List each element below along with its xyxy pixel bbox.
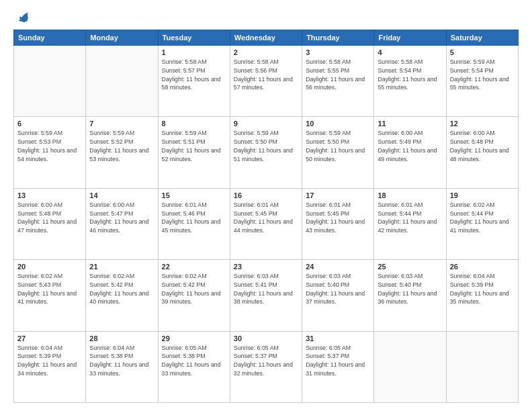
weekday-header-sunday: Sunday: [14, 30, 86, 46]
day-number: 6: [17, 120, 82, 128]
day-number: 31: [306, 334, 370, 342]
day-info: Sunrise: 6:01 AMSunset: 5:45 PMDaylight:…: [306, 201, 370, 235]
calendar-week-3: 20Sunrise: 6:02 AMSunset: 5:43 PMDayligh…: [14, 260, 519, 331]
calendar-cell: 13Sunrise: 6:00 AMSunset: 5:48 PMDayligh…: [14, 188, 86, 259]
day-number: 7: [89, 120, 154, 128]
day-info: Sunrise: 6:01 AMSunset: 5:45 PMDaylight:…: [234, 201, 298, 235]
day-info: Sunrise: 5:59 AMSunset: 5:50 PMDaylight:…: [234, 129, 298, 163]
day-info: Sunrise: 6:02 AMSunset: 5:42 PMDaylight:…: [162, 272, 226, 306]
day-info: Sunrise: 6:04 AMSunset: 5:39 PMDaylight:…: [17, 344, 82, 378]
day-info: Sunrise: 5:58 AMSunset: 5:55 PMDaylight:…: [306, 58, 370, 92]
day-number: 1: [162, 48, 226, 56]
day-number: 25: [378, 263, 442, 271]
weekday-header-wednesday: Wednesday: [230, 30, 302, 46]
calendar-cell: 28Sunrise: 6:04 AMSunset: 5:38 PMDayligh…: [86, 331, 158, 402]
day-number: 21: [89, 263, 154, 271]
day-number: 23: [234, 263, 298, 271]
calendar-cell: [446, 331, 518, 402]
day-number: 18: [378, 191, 442, 199]
logo-bird-icon: [16, 11, 30, 24]
day-info: Sunrise: 5:58 AMSunset: 5:56 PMDaylight:…: [234, 58, 298, 92]
calendar-cell: 20Sunrise: 6:02 AMSunset: 5:43 PMDayligh…: [14, 260, 86, 331]
day-info: Sunrise: 5:59 AMSunset: 5:53 PMDaylight:…: [17, 129, 82, 163]
weekday-header-monday: Monday: [86, 30, 158, 46]
calendar-cell: 15Sunrise: 6:01 AMSunset: 5:46 PMDayligh…: [158, 188, 230, 259]
day-info: Sunrise: 5:59 AMSunset: 5:50 PMDaylight:…: [306, 129, 370, 163]
calendar-cell: 25Sunrise: 6:03 AMSunset: 5:40 PMDayligh…: [374, 260, 446, 331]
calendar-cell: 8Sunrise: 5:59 AMSunset: 5:51 PMDaylight…: [158, 117, 230, 188]
day-number: 28: [89, 334, 154, 342]
calendar-cell: 4Sunrise: 5:58 AMSunset: 5:54 PMDaylight…: [374, 46, 446, 117]
calendar-cell: 1Sunrise: 5:58 AMSunset: 5:57 PMDaylight…: [158, 46, 230, 117]
logo: [13, 11, 30, 24]
day-number: 20: [17, 263, 82, 271]
day-info: Sunrise: 6:00 AMSunset: 5:47 PMDaylight:…: [89, 201, 154, 235]
calendar-week-2: 13Sunrise: 6:00 AMSunset: 5:48 PMDayligh…: [14, 188, 519, 259]
day-info: Sunrise: 6:01 AMSunset: 5:46 PMDaylight:…: [162, 201, 226, 235]
calendar-cell: 26Sunrise: 6:04 AMSunset: 5:39 PMDayligh…: [446, 260, 518, 331]
day-number: 9: [234, 120, 298, 128]
calendar-cell: 11Sunrise: 6:00 AMSunset: 5:49 PMDayligh…: [374, 117, 446, 188]
day-info: Sunrise: 5:59 AMSunset: 5:52 PMDaylight:…: [89, 129, 154, 163]
calendar-cell: 23Sunrise: 6:03 AMSunset: 5:41 PMDayligh…: [230, 260, 302, 331]
day-info: Sunrise: 6:00 AMSunset: 5:48 PMDaylight:…: [450, 129, 515, 163]
calendar-cell: 9Sunrise: 5:59 AMSunset: 5:50 PMDaylight…: [230, 117, 302, 188]
calendar-cell: 31Sunrise: 6:05 AMSunset: 5:37 PMDayligh…: [302, 331, 374, 402]
calendar-cell: [374, 331, 446, 402]
day-number: 14: [89, 191, 154, 199]
calendar-cell: 10Sunrise: 5:59 AMSunset: 5:50 PMDayligh…: [302, 117, 374, 188]
calendar-cell: 3Sunrise: 5:58 AMSunset: 5:55 PMDaylight…: [302, 46, 374, 117]
calendar-cell: 2Sunrise: 5:58 AMSunset: 5:56 PMDaylight…: [230, 46, 302, 117]
calendar-cell: 21Sunrise: 6:02 AMSunset: 5:42 PMDayligh…: [86, 260, 158, 331]
day-info: Sunrise: 6:04 AMSunset: 5:39 PMDaylight:…: [450, 272, 515, 306]
calendar-cell: 30Sunrise: 6:05 AMSunset: 5:37 PMDayligh…: [230, 331, 302, 402]
day-info: Sunrise: 6:01 AMSunset: 5:44 PMDaylight:…: [378, 201, 442, 235]
weekday-header-tuesday: Tuesday: [158, 30, 230, 46]
day-number: 10: [306, 120, 370, 128]
calendar-cell: 22Sunrise: 6:02 AMSunset: 5:42 PMDayligh…: [158, 260, 230, 331]
calendar-week-4: 27Sunrise: 6:04 AMSunset: 5:39 PMDayligh…: [14, 331, 519, 402]
calendar-cell: 17Sunrise: 6:01 AMSunset: 5:45 PMDayligh…: [302, 188, 374, 259]
day-info: Sunrise: 6:02 AMSunset: 5:42 PMDaylight:…: [89, 272, 154, 306]
calendar-cell: 29Sunrise: 6:05 AMSunset: 5:38 PMDayligh…: [158, 331, 230, 402]
day-info: Sunrise: 5:59 AMSunset: 5:54 PMDaylight:…: [450, 58, 515, 92]
day-info: Sunrise: 5:58 AMSunset: 5:57 PMDaylight:…: [162, 58, 226, 92]
day-info: Sunrise: 6:04 AMSunset: 5:38 PMDaylight:…: [89, 344, 154, 378]
header: [13, 11, 519, 24]
calendar-cell: 6Sunrise: 5:59 AMSunset: 5:53 PMDaylight…: [14, 117, 86, 188]
day-number: 2: [234, 48, 298, 56]
weekday-header-row: SundayMondayTuesdayWednesdayThursdayFrid…: [14, 30, 519, 46]
calendar-cell: 7Sunrise: 5:59 AMSunset: 5:52 PMDaylight…: [86, 117, 158, 188]
day-number: 3: [306, 48, 370, 56]
day-number: 27: [17, 334, 82, 342]
day-number: 30: [234, 334, 298, 342]
day-number: 26: [450, 263, 515, 271]
day-info: Sunrise: 6:03 AMSunset: 5:40 PMDaylight:…: [378, 272, 442, 306]
day-number: 4: [378, 48, 442, 56]
day-info: Sunrise: 6:02 AMSunset: 5:44 PMDaylight:…: [450, 201, 515, 235]
calendar-week-0: 1Sunrise: 5:58 AMSunset: 5:57 PMDaylight…: [14, 46, 519, 117]
day-info: Sunrise: 6:00 AMSunset: 5:48 PMDaylight:…: [17, 201, 82, 235]
day-number: 15: [162, 191, 226, 199]
day-number: 16: [234, 191, 298, 199]
calendar-cell: 27Sunrise: 6:04 AMSunset: 5:39 PMDayligh…: [14, 331, 86, 402]
day-number: 24: [306, 263, 370, 271]
calendar-cell: 12Sunrise: 6:00 AMSunset: 5:48 PMDayligh…: [446, 117, 518, 188]
day-number: 13: [17, 191, 82, 199]
calendar-week-1: 6Sunrise: 5:59 AMSunset: 5:53 PMDaylight…: [14, 117, 519, 188]
calendar: SundayMondayTuesdayWednesdayThursdayFrid…: [13, 30, 519, 403]
day-info: Sunrise: 6:00 AMSunset: 5:49 PMDaylight:…: [378, 129, 442, 163]
day-number: 8: [162, 120, 226, 128]
day-number: 29: [162, 334, 226, 342]
day-number: 11: [378, 120, 442, 128]
day-info: Sunrise: 6:03 AMSunset: 5:41 PMDaylight:…: [234, 272, 298, 306]
day-info: Sunrise: 6:02 AMSunset: 5:43 PMDaylight:…: [17, 272, 82, 306]
weekday-header-friday: Friday: [374, 30, 446, 46]
day-info: Sunrise: 5:59 AMSunset: 5:51 PMDaylight:…: [162, 129, 226, 163]
calendar-cell: [14, 46, 86, 117]
day-number: 12: [450, 120, 515, 128]
calendar-cell: 24Sunrise: 6:03 AMSunset: 5:40 PMDayligh…: [302, 260, 374, 331]
day-number: 19: [450, 191, 515, 199]
weekday-header-thursday: Thursday: [302, 30, 374, 46]
day-number: 17: [306, 191, 370, 199]
